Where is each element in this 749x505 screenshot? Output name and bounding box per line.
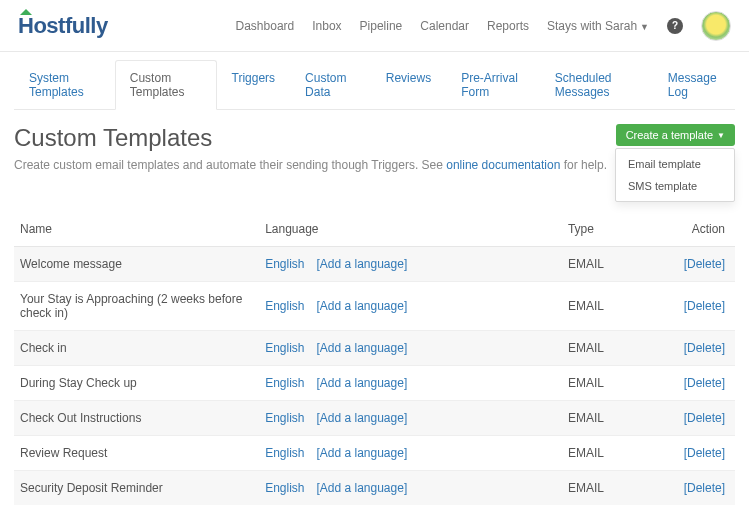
nav-inbox[interactable]: Inbox bbox=[312, 19, 341, 33]
delete-link[interactable]: [Delete] bbox=[684, 446, 725, 460]
cell-name: During Stay Check up bbox=[14, 366, 259, 401]
cell-type: EMAIL bbox=[562, 247, 663, 282]
cell-type: EMAIL bbox=[562, 471, 663, 506]
tab-pre-arrival-form[interactable]: Pre-Arrival Form bbox=[446, 60, 540, 110]
cell-action: [Delete] bbox=[663, 247, 735, 282]
table-row: Welcome messageEnglish[Add a language]EM… bbox=[14, 247, 735, 282]
table-row: Your Stay is Approaching (2 weeks before… bbox=[14, 282, 735, 331]
cell-language: English[Add a language] bbox=[259, 401, 562, 436]
help-icon[interactable]: ? bbox=[667, 18, 683, 34]
cell-language: English[Add a language] bbox=[259, 282, 562, 331]
table-row: Security Deposit ReminderEnglish[Add a l… bbox=[14, 471, 735, 506]
language-link[interactable]: English bbox=[265, 481, 304, 495]
templates-table: Name Language Type Action Welcome messag… bbox=[14, 212, 735, 505]
language-link[interactable]: English bbox=[265, 376, 304, 390]
doc-link[interactable]: online documentation bbox=[446, 158, 560, 172]
cell-name: Your Stay is Approaching (2 weeks before… bbox=[14, 282, 259, 331]
table-row: Check Out InstructionsEnglish[Add a lang… bbox=[14, 401, 735, 436]
delete-link[interactable]: [Delete] bbox=[684, 341, 725, 355]
cell-name: Welcome message bbox=[14, 247, 259, 282]
cell-language: English[Add a language] bbox=[259, 366, 562, 401]
cell-action: [Delete] bbox=[663, 401, 735, 436]
add-language-link[interactable]: [Add a language] bbox=[316, 257, 407, 271]
table-row: During Stay Check upEnglish[Add a langua… bbox=[14, 366, 735, 401]
cell-action: [Delete] bbox=[663, 282, 735, 331]
add-language-link[interactable]: [Add a language] bbox=[316, 411, 407, 425]
cell-language: English[Add a language] bbox=[259, 247, 562, 282]
tab-scheduled-messages[interactable]: Scheduled Messages bbox=[540, 60, 653, 110]
create-sms-template[interactable]: SMS template bbox=[616, 175, 734, 197]
page-title: Custom Templates bbox=[14, 124, 607, 152]
delete-link[interactable]: [Delete] bbox=[684, 376, 725, 390]
cell-language: English[Add a language] bbox=[259, 331, 562, 366]
col-action: Action bbox=[663, 212, 735, 247]
topbar: Hostfully Dashboard Inbox Pipeline Calen… bbox=[0, 0, 749, 52]
add-language-link[interactable]: [Add a language] bbox=[316, 376, 407, 390]
create-email-template[interactable]: Email template bbox=[616, 153, 734, 175]
tab-custom-templates[interactable]: Custom Templates bbox=[115, 60, 217, 110]
delete-link[interactable]: [Delete] bbox=[684, 299, 725, 313]
cell-type: EMAIL bbox=[562, 436, 663, 471]
cell-name: Check in bbox=[14, 331, 259, 366]
delete-link[interactable]: [Delete] bbox=[684, 481, 725, 495]
cell-type: EMAIL bbox=[562, 331, 663, 366]
language-link[interactable]: English bbox=[265, 257, 304, 271]
col-language: Language bbox=[259, 212, 562, 247]
tab-reviews[interactable]: Reviews bbox=[371, 60, 446, 110]
nav-reports[interactable]: Reports bbox=[487, 19, 529, 33]
cell-action: [Delete] bbox=[663, 471, 735, 506]
add-language-link[interactable]: [Add a language] bbox=[316, 299, 407, 313]
caret-down-icon: ▼ bbox=[717, 131, 725, 140]
table-row: Check inEnglish[Add a language]EMAIL[Del… bbox=[14, 331, 735, 366]
language-link[interactable]: English bbox=[265, 446, 304, 460]
delete-link[interactable]: [Delete] bbox=[684, 257, 725, 271]
page-subtitle: Create custom email templates and automa… bbox=[14, 158, 607, 172]
nav-pipeline[interactable]: Pipeline bbox=[360, 19, 403, 33]
cell-name: Review Request bbox=[14, 436, 259, 471]
create-dropdown: Email template SMS template bbox=[615, 148, 735, 202]
add-language-link[interactable]: [Add a language] bbox=[316, 481, 407, 495]
cell-name: Security Deposit Reminder bbox=[14, 471, 259, 506]
cell-type: EMAIL bbox=[562, 282, 663, 331]
cell-action: [Delete] bbox=[663, 436, 735, 471]
language-link[interactable]: English bbox=[265, 411, 304, 425]
col-name: Name bbox=[14, 212, 259, 247]
roof-icon bbox=[20, 9, 32, 15]
tab-custom-data[interactable]: Custom Data bbox=[290, 60, 371, 110]
top-nav: Dashboard Inbox Pipeline Calendar Report… bbox=[236, 11, 731, 41]
cell-action: [Delete] bbox=[663, 331, 735, 366]
col-type: Type bbox=[562, 212, 663, 247]
delete-link[interactable]: [Delete] bbox=[684, 411, 725, 425]
create-template-button[interactable]: Create a template▼ bbox=[616, 124, 735, 146]
avatar[interactable] bbox=[701, 11, 731, 41]
tab-triggers[interactable]: Triggers bbox=[217, 60, 291, 110]
table-row: Review RequestEnglish[Add a language]EMA… bbox=[14, 436, 735, 471]
language-link[interactable]: English bbox=[265, 341, 304, 355]
nav-user-menu[interactable]: Stays with Sarah▼ bbox=[547, 19, 649, 33]
language-link[interactable]: English bbox=[265, 299, 304, 313]
add-language-link[interactable]: [Add a language] bbox=[316, 341, 407, 355]
brand-logo[interactable]: Hostfully bbox=[18, 13, 108, 39]
cell-type: EMAIL bbox=[562, 366, 663, 401]
nav-dashboard[interactable]: Dashboard bbox=[236, 19, 295, 33]
cell-type: EMAIL bbox=[562, 401, 663, 436]
caret-down-icon: ▼ bbox=[640, 22, 649, 32]
tab-message-log[interactable]: Message Log bbox=[653, 60, 735, 110]
cell-language: English[Add a language] bbox=[259, 436, 562, 471]
add-language-link[interactable]: [Add a language] bbox=[316, 446, 407, 460]
nav-calendar[interactable]: Calendar bbox=[420, 19, 469, 33]
cell-language: English[Add a language] bbox=[259, 471, 562, 506]
cell-action: [Delete] bbox=[663, 366, 735, 401]
cell-name: Check Out Instructions bbox=[14, 401, 259, 436]
sub-nav: System Templates Custom Templates Trigge… bbox=[14, 60, 735, 110]
tab-system-templates[interactable]: System Templates bbox=[14, 60, 115, 110]
